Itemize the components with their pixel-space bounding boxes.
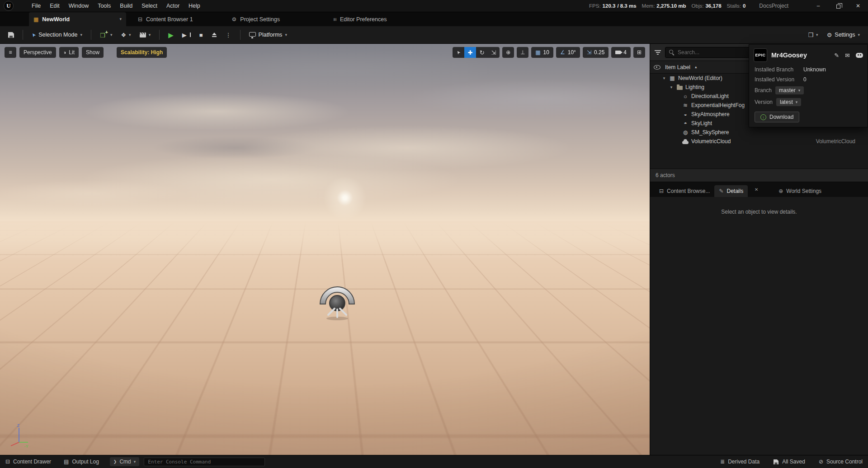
cinematics-button[interactable] [136, 28, 155, 41]
tree-row-volumetriccloud[interactable]: VolumetricCloud VolumetricCloud [650, 137, 868, 146]
kebab-menu-icon [226, 32, 231, 38]
console-command-input[interactable] [144, 458, 265, 466]
settings-dropdown[interactable]: Settings [823, 28, 863, 41]
editor-mode-dropdown[interactable]: Selection Mode [28, 28, 86, 41]
menu-actor[interactable]: Actor [162, 0, 184, 12]
tab-label: World Settings [786, 188, 821, 194]
tab-content-browser-1[interactable]: Content Browser 1 [132, 12, 198, 26]
item-label-header[interactable]: Item Label [665, 64, 690, 70]
tab-newworld-label: NewWorld [42, 16, 70, 23]
fps-label: FPS: [589, 3, 601, 9]
tab-newworld[interactable]: NewWorld [29, 12, 126, 26]
tree-row-label: SM_SkySphere [691, 129, 729, 136]
surface-snapping-button[interactable] [517, 47, 528, 58]
show-dropdown[interactable]: Show [82, 47, 104, 58]
move-icon [468, 50, 473, 56]
discord-icon[interactable] [856, 53, 863, 58]
tab-project-settings[interactable]: Project Settings [226, 12, 285, 26]
menu-window[interactable]: Window [64, 0, 93, 12]
tab-details[interactable]: Details [714, 185, 748, 197]
tree-row-label: Lighting [685, 84, 704, 90]
scale-tool[interactable] [488, 47, 500, 58]
package-dropdown[interactable] [804, 28, 821, 41]
grid-snap-control[interactable]: 10 [531, 47, 553, 58]
camera-speed-value: 4 [623, 49, 627, 56]
branch-select[interactable]: master [775, 86, 804, 94]
tab-content-browser-label: Content Browser 1 [146, 16, 193, 23]
save-button[interactable] [5, 28, 18, 41]
rotate-tool[interactable] [476, 47, 488, 58]
menu-build[interactable]: Build [115, 0, 137, 12]
eject-button[interactable] [208, 28, 221, 41]
all-saved-button[interactable]: All Saved [773, 459, 805, 465]
close-tab-icon[interactable] [752, 186, 760, 194]
stop-icon [199, 32, 203, 38]
camera-speed-control[interactable]: 4 [611, 47, 631, 58]
platforms-dropdown[interactable]: Platforms [245, 28, 291, 41]
restore-button[interactable] [828, 0, 848, 12]
tab-world-settings[interactable]: World Settings [774, 185, 826, 197]
view-mode-dropdown[interactable]: Lit [59, 47, 79, 58]
installed-branch-label: Installed Branch [755, 66, 800, 73]
level-viewport[interactable]: Z -Y Perspective Lit Show Scalability: H… [0, 44, 650, 455]
unreal-logo[interactable]: U [4, 1, 14, 11]
mem-value: 2,275.10 mb [656, 3, 686, 9]
content-drawer-button[interactable]: Content Drawer [5, 459, 51, 465]
derived-data-button[interactable]: Derived Data [720, 459, 760, 465]
world-space-toggle[interactable] [502, 47, 514, 58]
show-label: Show [86, 49, 99, 56]
blueprints-icon [121, 32, 126, 38]
tab-content-browser-docked[interactable]: Content Browse... [655, 185, 714, 197]
stop-button[interactable] [196, 28, 207, 41]
eye-icon[interactable] [654, 64, 660, 70]
play-button[interactable] [165, 28, 177, 41]
close-button[interactable] [848, 0, 868, 12]
asset-tab-bar: NewWorld Content Browser 1 Project Setti… [0, 12, 868, 26]
scale-snap-control[interactable]: 0.25 [583, 47, 609, 58]
menu-edit[interactable]: Edit [45, 0, 64, 12]
installed-version-row: Installed Version 0 [749, 75, 868, 84]
version-select[interactable]: latest [776, 98, 801, 106]
tab-editor-preferences[interactable]: Editor Preferences [328, 12, 392, 26]
move-tool[interactable] [464, 47, 476, 58]
menu-file[interactable]: File [27, 0, 45, 12]
outliner-footer: 6 actors [650, 168, 868, 182]
unreal-logo-glyph: U [6, 2, 10, 9]
lit-sphere-icon [63, 50, 66, 55]
account-popup: EPIC Mr4Goosey Installed Branch Unknown … [749, 44, 868, 127]
expander-icon[interactable] [669, 85, 674, 89]
add-actor-button[interactable] [96, 28, 116, 41]
tree-row-sm-skysphere[interactable]: SM_SkySphere [650, 128, 868, 137]
fps-value: 120.3 [603, 3, 616, 9]
expander-icon[interactable] [662, 76, 666, 80]
menu-tools[interactable]: Tools [93, 0, 115, 12]
blueprints-button[interactable] [117, 28, 134, 41]
cmd-dropdown[interactable]: Cmd [110, 457, 139, 466]
edit-icon[interactable] [834, 52, 839, 58]
perspective-dropdown[interactable]: Perspective [19, 47, 56, 58]
output-log-button[interactable]: Output Log [64, 459, 99, 465]
console-icon [113, 460, 117, 464]
menu-bar: U File Edit Window Tools Build Select Ac… [0, 0, 868, 12]
step-icon [182, 32, 187, 38]
frame-skip-button[interactable] [179, 28, 194, 41]
tree-row-label: NewWorld (Editor) [678, 75, 722, 81]
scalability-badge[interactable]: Scalability: High [117, 47, 167, 58]
menu-select[interactable]: Select [137, 0, 162, 12]
download-button[interactable]: Download [755, 112, 799, 122]
mail-icon[interactable] [845, 52, 850, 58]
actor-count: 6 actors [656, 172, 675, 178]
viewport-options-button[interactable] [5, 47, 16, 58]
minimize-button[interactable] [808, 0, 828, 12]
viewport-layout-button[interactable] [633, 47, 645, 58]
source-control-button[interactable]: Source Control [819, 459, 863, 465]
rotation-snap-control[interactable]: 10° [556, 47, 580, 58]
filter-icon[interactable] [655, 50, 661, 55]
directional-light-gizmo[interactable] [315, 279, 360, 324]
menu-help[interactable]: Help [184, 0, 205, 12]
tab-editor-preferences-label: Editor Preferences [340, 16, 387, 23]
play-options-button[interactable] [222, 28, 235, 41]
tab-options-caret-icon[interactable] [119, 17, 122, 21]
version-value: latest [780, 99, 793, 105]
select-tool[interactable] [453, 47, 464, 58]
